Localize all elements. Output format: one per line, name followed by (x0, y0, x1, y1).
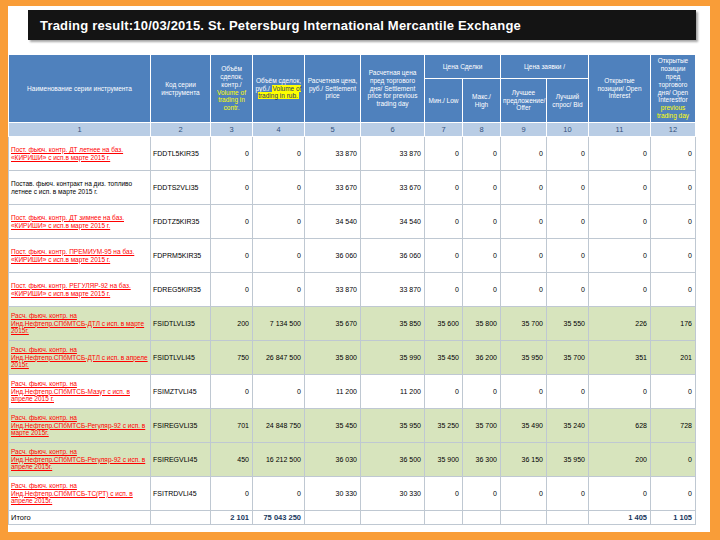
slide: Trading result:10/03/2015. St. Petersbur… (8, 6, 710, 532)
value-cell: 0 (501, 477, 547, 511)
value-cell: 0 (211, 171, 253, 205)
instrument-link[interactable]: Расч. фьюч. контр. на Инд.Нефтепр.СПбМТС… (11, 414, 145, 436)
header-open-interest-prev: Открытые позиции пред торгового дня/ Ope… (651, 55, 696, 123)
column-number: 8 (463, 123, 501, 137)
value-cell: 35 240 (547, 409, 589, 443)
header-open-interest-prev-white: Открытые позиции пред торгового дня/ Ope… (658, 57, 688, 103)
value-cell: 36 030 (305, 443, 361, 477)
instrument-code: FSIDTLVLI45 (151, 341, 211, 375)
value-cell: 24 848 750 (253, 409, 305, 443)
value-cell: 0 (501, 137, 547, 171)
value-cell: 0 (547, 137, 589, 171)
value-cell: 26 847 500 (253, 341, 305, 375)
value-cell: 0 (547, 273, 589, 307)
value-cell: 36 200 (463, 341, 501, 375)
instrument-link[interactable]: Расч. фьюч. контр. на Инд.Нефтепр.СПбМТС… (11, 448, 145, 470)
value-cell: 200 (211, 307, 253, 341)
value-cell: 11 200 (305, 375, 361, 409)
total-cell (305, 511, 361, 525)
instrument-link[interactable]: Расч. фьюч. контр. на Инд.Нефтепр.СПбМТС… (11, 380, 130, 402)
table-row: Пост. фьюч. контр. ПРЕМИУМ-95 на баз. «К… (9, 239, 696, 273)
value-cell: 0 (463, 137, 501, 171)
value-cell: 35 700 (501, 307, 547, 341)
column-number: 5 (305, 123, 361, 137)
header-volume-rub: Объём сделок, руб./ Volume of trading in… (253, 55, 305, 123)
instrument-code: FDREG5KIR35 (151, 273, 211, 307)
value-cell: 35 600 (425, 307, 463, 341)
value-cell: 351 (589, 341, 651, 375)
value-cell: 0 (211, 273, 253, 307)
value-cell: 35 550 (547, 307, 589, 341)
instrument-link[interactable]: Расч. фьюч. контр. на Инд.Нефтепр.СПбМТС… (11, 312, 144, 334)
instrument-code: FDPRM5KIR35 (151, 239, 211, 273)
value-cell: 0 (501, 375, 547, 409)
table-row: Расч. фьюч. контр. на Инд.Нефтепр.СПбМТС… (9, 307, 696, 341)
header-volume-contracts-ru: Объём сделок, контр./ (220, 65, 243, 88)
instrument-name-cell: Пост. фьюч. контр. ДТ летнее на баз. «КИ… (9, 137, 151, 171)
value-cell: 701 (211, 409, 253, 443)
value-cell: 0 (463, 477, 501, 511)
instrument-name-cell: Расч. фьюч. контр. на Инд.Нефтепр.СПбМТС… (9, 443, 151, 477)
value-cell: 0 (253, 477, 305, 511)
header-instrument-name: Наименование серии инструмента (9, 55, 151, 123)
column-number: 2 (151, 123, 211, 137)
table-row: Расч. фьюч. контр. на Инд.Нефтепр.СПбМТС… (9, 477, 696, 511)
value-cell: 36 150 (501, 443, 547, 477)
value-cell: 11 200 (361, 375, 425, 409)
value-cell: 36 060 (361, 239, 425, 273)
table-row: Пост. фьюч. контр. ДТ летнее на баз. «КИ… (9, 137, 696, 171)
value-cell: 0 (425, 239, 463, 273)
value-cell: 35 990 (361, 341, 425, 375)
value-cell: 0 (211, 205, 253, 239)
header-volume-contracts: Объём сделок, контр./ Volume of trading … (211, 55, 253, 123)
instrument-link[interactable]: Пост. фьюч. контр. ПРЕМИУМ-95 на баз. «К… (11, 248, 134, 263)
instrument-link[interactable]: Пост. фьюч. контр. ДТ зимнее на баз. «КИ… (11, 214, 124, 229)
instrument-name-cell: Постав. фьюч. контракт на диз. топливо л… (9, 171, 151, 205)
value-cell: 36 060 (305, 239, 361, 273)
instrument-link[interactable]: Пост. фьюч. контр. РЕГУЛЯР-92 на баз. «К… (11, 282, 131, 297)
instrument-link[interactable]: Пост. фьюч. контр. ДТ летнее на баз. «КИ… (11, 146, 123, 161)
value-cell: 0 (211, 239, 253, 273)
value-cell: 750 (211, 341, 253, 375)
table-row: Расч. фьюч. контр. на Инд.Нефтепр.СПбМТС… (9, 375, 696, 409)
value-cell: 0 (211, 477, 253, 511)
value-cell: 35 950 (501, 341, 547, 375)
value-cell: 0 (463, 273, 501, 307)
column-number: 9 (501, 123, 547, 137)
header-order-price-group: Цена заявки / (501, 55, 589, 79)
value-cell: 36 500 (361, 443, 425, 477)
instrument-code: FSIREGVLI35 (151, 409, 211, 443)
value-cell: 35 800 (305, 341, 361, 375)
value-cell: 35 670 (305, 307, 361, 341)
header-offer: Лучшее предложение/ Offer (501, 79, 547, 123)
value-cell: 35 490 (501, 409, 547, 443)
instrument-link[interactable]: Расч. фьюч. контр. на Инд.Нефтепр.СПбМТС… (11, 482, 133, 504)
table-row: Постав. фьюч. контракт на диз. топливо л… (9, 171, 696, 205)
table-row: Пост. фьюч. контр. ДТ зимнее на баз. «КИ… (9, 205, 696, 239)
value-cell: 0 (425, 375, 463, 409)
value-cell: 0 (463, 239, 501, 273)
value-cell: 0 (253, 273, 305, 307)
value-cell: 0 (425, 273, 463, 307)
value-cell: 0 (463, 171, 501, 205)
header-trade-price-group: Цена Сделки (425, 55, 501, 79)
table-row: Расч. фьюч. контр. на Инд.Нефтепр.СПбМТС… (9, 443, 696, 477)
column-number: 7 (425, 123, 463, 137)
instrument-link[interactable]: Расч. фьюч. контр. на Инд.Нефтепр.СПбМТС… (11, 346, 148, 368)
value-cell: 35 950 (361, 409, 425, 443)
instrument-code: FSITRDVLI45 (151, 477, 211, 511)
value-cell: 0 (589, 239, 651, 273)
total-open-interest-prev: 1 105 (651, 511, 696, 525)
column-number: 1 (9, 123, 151, 137)
table-row: Расч. фьюч. контр. на Инд.Нефтепр.СПбМТС… (9, 341, 696, 375)
value-cell: 0 (425, 171, 463, 205)
value-cell: 0 (425, 205, 463, 239)
value-cell: 176 (651, 307, 696, 341)
value-cell: 35 450 (305, 409, 361, 443)
value-cell: 0 (501, 239, 547, 273)
value-cell: 30 330 (361, 477, 425, 511)
instrument-name-cell: Расч. фьюч. контр. на Инд.Нефтепр.СПбМТС… (9, 477, 151, 511)
instrument-code: FDDTS2VLI35 (151, 171, 211, 205)
trading-results-table: Наименование серии инструмента Код серии… (8, 54, 696, 525)
value-cell: 0 (253, 205, 305, 239)
